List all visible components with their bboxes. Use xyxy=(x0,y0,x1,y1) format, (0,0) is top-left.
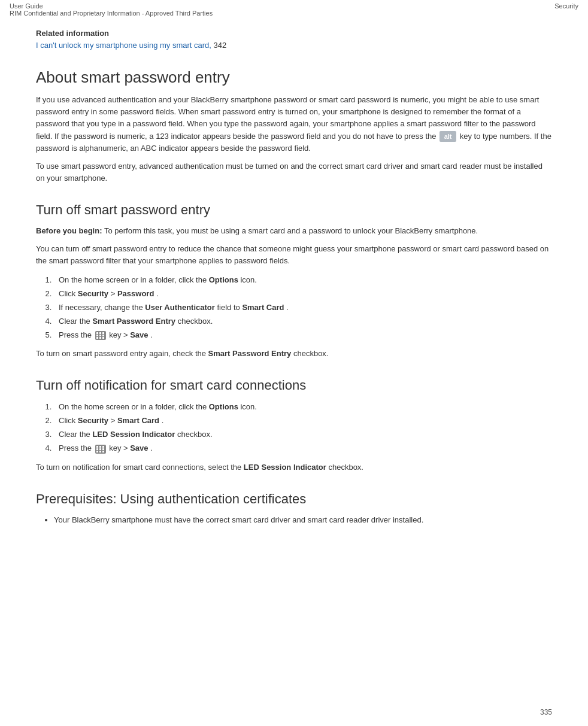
section3-step1: On the home screen or in a folder, click… xyxy=(54,400,552,414)
section1-para2: To use smart password entry, advanced au… xyxy=(36,160,552,184)
menu-key-icon-1 xyxy=(95,331,106,340)
section4-title: Prerequisites: Using authentication cert… xyxy=(36,491,552,507)
before-begin-label: Before you begin: xyxy=(36,226,102,235)
section2-step3: If necessary, change the User Authentica… xyxy=(54,301,552,314)
section2-title: Turn off smart password entry xyxy=(36,202,552,218)
section3-title: Turn off notification for smart card con… xyxy=(36,378,552,393)
before-begin-text: To perform this task, you must be using … xyxy=(104,226,478,235)
header-user-guide: User Guide xyxy=(10,2,213,10)
header-left: User Guide RIM Confidential and Propriet… xyxy=(10,2,213,17)
section4-bullets: Your BlackBerry smartphone must have the… xyxy=(54,514,552,526)
section2-step5: Press the key > Save . xyxy=(54,329,552,342)
section2-step1: On the home screen or in a folder, click… xyxy=(54,274,552,287)
section3-step4: Press the key > Save . xyxy=(54,442,552,455)
header-confidential: RIM Confidential and Proprietary Informa… xyxy=(10,10,213,17)
section2-step4: Clear the Smart Password Entry checkbox. xyxy=(54,315,552,328)
section2-para1: You can turn off smart password entry to… xyxy=(36,243,552,267)
main-content: Related information I can't unlock my sm… xyxy=(0,18,588,556)
alt-key-icon: alt xyxy=(440,131,456,142)
section1-title: About smart password entry xyxy=(36,68,552,87)
header-section: Security xyxy=(554,2,578,10)
header-right: Security xyxy=(554,2,578,17)
page-number: 335 xyxy=(540,708,552,716)
section2-steps: On the home screen or in a folder, click… xyxy=(54,274,552,342)
section2-turn-on: To turn on smart password entry again, c… xyxy=(36,348,552,360)
section2-before-begin: Before you begin: To perform this task, … xyxy=(36,225,552,237)
menu-key-icon-2 xyxy=(95,445,106,454)
page-header: User Guide RIM Confidential and Propriet… xyxy=(0,0,588,18)
related-info-paragraph: I can't unlock my smartphone using my sm… xyxy=(36,40,552,51)
section3-step3: Clear the LED Session Indicator checkbox… xyxy=(54,428,552,441)
related-info-section: Related information I can't unlock my sm… xyxy=(36,29,552,51)
section1-para1: If you use advanced authentication and y… xyxy=(36,94,552,154)
section3-step2: Click Security > Smart Card . xyxy=(54,414,552,427)
section4-bullet1: Your BlackBerry smartphone must have the… xyxy=(54,514,552,526)
section3-steps: On the home screen or in a folder, click… xyxy=(54,400,552,455)
related-info-label: Related information xyxy=(36,29,552,38)
section2-step2: Click Security > Password . xyxy=(54,287,552,300)
section3-turn-on: To turn on notification for smart card c… xyxy=(36,461,552,473)
related-info-link[interactable]: I can't unlock my smartphone using my sm… xyxy=(36,41,214,50)
